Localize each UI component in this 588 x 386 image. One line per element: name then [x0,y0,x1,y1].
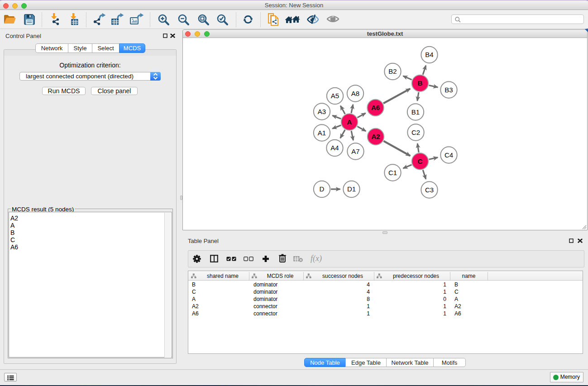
svg-text:C2: C2 [411,129,420,136]
svg-text:A8: A8 [351,90,359,97]
svg-text:D: D [320,185,325,193]
svg-text:B: B [418,79,423,87]
svg-text:D1: D1 [347,185,356,193]
svg-text:B2: B2 [388,67,397,75]
svg-text:A4: A4 [330,144,339,152]
svg-text:B4: B4 [425,51,433,58]
svg-text:C: C [418,157,423,165]
svg-text:A2: A2 [371,133,380,140]
svg-text:C3: C3 [425,186,434,194]
svg-text:A3: A3 [318,108,326,115]
svg-text:A: A [347,118,352,126]
svg-text:B3: B3 [445,86,453,94]
svg-text:B1: B1 [411,108,420,116]
svg-text:A1: A1 [318,129,326,137]
svg-text:A5: A5 [331,92,339,100]
svg-text:A7: A7 [351,148,359,155]
svg-text:A6: A6 [371,104,380,111]
svg-text:C4: C4 [445,151,453,159]
svg-text:C1: C1 [388,169,397,176]
